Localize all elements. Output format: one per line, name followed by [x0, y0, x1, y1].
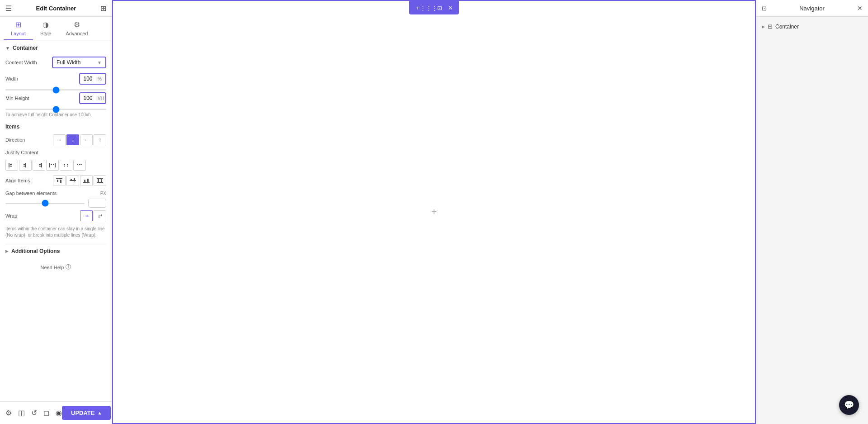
- tab-layout-label: Layout: [11, 31, 26, 36]
- wrap-wrap-btn[interactable]: ⇄: [94, 210, 106, 221]
- svg-rect-32: [101, 179, 102, 182]
- navigator-collapse-icon[interactable]: ⊡: [762, 5, 767, 12]
- align-end-btn[interactable]: [80, 175, 93, 186]
- hamburger-icon[interactable]: ☰: [5, 4, 12, 13]
- content-width-row: Content Width Full Width ▼: [5, 57, 106, 68]
- tab-style[interactable]: ◑ Style: [33, 17, 58, 40]
- justify-buttons-row: [5, 160, 106, 171]
- svg-rect-15: [64, 166, 65, 167]
- eye-icon[interactable]: ◉: [56, 409, 62, 417]
- align-stretch-btn[interactable]: [94, 175, 106, 186]
- canvas-select-btn[interactable]: ⊡: [434, 3, 444, 13]
- min-height-unit-label[interactable]: VH: [96, 96, 106, 101]
- svg-rect-9: [49, 163, 50, 167]
- help-circle-icon: ⓘ: [66, 263, 71, 271]
- wrap-row: Wrap ⇸ ⇄: [5, 210, 106, 221]
- bottom-icons-group: ⚙ ◫ ↺ ◻ ◉: [5, 409, 62, 417]
- direction-column-btn[interactable]: ↓: [66, 134, 79, 145]
- container-section-header[interactable]: ▼ Container: [5, 45, 106, 51]
- svg-rect-14: [67, 164, 68, 165]
- direction-column-reverse-btn[interactable]: ↑: [94, 134, 106, 145]
- justify-content-row: Justify Content: [5, 150, 106, 155]
- direction-row-reverse-btn[interactable]: ←: [80, 134, 93, 145]
- svg-rect-18: [79, 164, 80, 165]
- align-center-btn[interactable]: [66, 175, 79, 186]
- min-height-input[interactable]: [80, 93, 96, 103]
- panel-content: ▼ Container Content Width Full Width ▼ W…: [0, 40, 112, 401]
- svg-rect-11: [51, 164, 52, 165]
- bottom-bar: ⚙ ◫ ↺ ◻ ◉ UPDATE ▲: [0, 401, 112, 424]
- width-input-group: %: [79, 73, 106, 85]
- direction-row: Direction → ↓ ← ↑: [5, 134, 106, 145]
- chat-bubble[interactable]: 💬: [839, 395, 859, 415]
- wrap-nowrap-btn[interactable]: ⇸: [80, 210, 93, 221]
- width-input[interactable]: [80, 74, 96, 84]
- need-help[interactable]: Need Help ⓘ: [5, 263, 106, 271]
- svg-rect-27: [84, 180, 85, 182]
- content-width-dropdown[interactable]: Full Width ▼: [52, 57, 106, 68]
- additional-options-header[interactable]: ▶ Additional Options: [5, 248, 106, 254]
- gap-slider[interactable]: [5, 203, 85, 204]
- settings-icon[interactable]: ⚙: [5, 409, 12, 417]
- svg-rect-28: [87, 179, 89, 182]
- svg-rect-7: [39, 164, 41, 165]
- svg-rect-5: [24, 166, 25, 167]
- tab-layout[interactable]: ⊞ Layout: [4, 17, 33, 40]
- grid-icon[interactable]: ⊞: [100, 4, 106, 13]
- advanced-tab-icon: ⚙: [74, 20, 80, 29]
- direction-row-btn[interactable]: →: [53, 134, 66, 145]
- svg-rect-31: [98, 179, 99, 182]
- justify-space-around-btn[interactable]: [60, 160, 72, 171]
- tab-advanced-label: Advanced: [66, 31, 88, 36]
- svg-rect-30: [97, 182, 103, 183]
- nav-container-icon: ⊟: [768, 23, 773, 30]
- tabs-bar: ⊞ Layout ◑ Style ⚙ Advanced: [0, 17, 112, 40]
- divider: [5, 244, 106, 244]
- need-help-label: Need Help: [41, 265, 64, 270]
- canvas-grid-btn[interactable]: ⋮⋮⋮: [424, 3, 434, 13]
- chat-icon: 💬: [844, 400, 854, 410]
- wrap-buttons-group: ⇸ ⇄: [80, 210, 106, 221]
- tab-advanced[interactable]: ⚙ Advanced: [59, 17, 95, 40]
- layers-icon[interactable]: ◫: [18, 409, 25, 417]
- update-button[interactable]: UPDATE ▲: [62, 406, 111, 420]
- canvas-area: + ⋮⋮⋮ ⊡ ✕ +: [112, 0, 756, 424]
- gap-input[interactable]: [88, 199, 106, 208]
- dropdown-arrow-icon: ▼: [97, 60, 102, 65]
- responsive-icon[interactable]: ◻: [43, 409, 49, 417]
- svg-rect-13: [64, 164, 65, 165]
- wrap-label: Wrap: [5, 213, 17, 219]
- width-slider[interactable]: [5, 89, 106, 91]
- width-unit-label[interactable]: %: [96, 76, 104, 81]
- update-chevron-icon: ▲: [97, 410, 102, 415]
- items-section-title: Items: [5, 124, 106, 130]
- height-hint-text: To achieve full height Container use 100…: [5, 112, 106, 118]
- canvas-center-add[interactable]: +: [428, 206, 440, 219]
- min-height-slider[interactable]: [5, 109, 106, 110]
- svg-rect-3: [25, 163, 26, 167]
- justify-start-btn[interactable]: [5, 160, 18, 171]
- canvas-close-btn[interactable]: ✕: [445, 3, 455, 13]
- svg-rect-19: [81, 164, 82, 165]
- history-icon[interactable]: ↺: [31, 409, 37, 417]
- tab-style-label: Style: [40, 31, 51, 36]
- svg-rect-16: [67, 166, 68, 167]
- navigator-container-item[interactable]: ▶ ⊟ Container: [756, 20, 868, 33]
- align-buttons-group: [53, 175, 106, 186]
- svg-rect-10: [55, 163, 56, 167]
- panel-title: Edit Container: [36, 5, 76, 12]
- justify-center-btn[interactable]: [19, 160, 32, 171]
- justify-end-btn[interactable]: [33, 160, 45, 171]
- align-start-btn[interactable]: [53, 175, 66, 186]
- justify-content-label: Justify Content: [5, 150, 38, 155]
- svg-rect-24: [71, 179, 72, 181]
- style-tab-icon: ◑: [42, 20, 49, 29]
- width-label: Width: [5, 76, 18, 81]
- svg-rect-21: [57, 180, 58, 182]
- container-chevron-icon: ▼: [5, 46, 10, 51]
- gap-unit-label[interactable]: PX: [100, 191, 106, 196]
- gap-slider-row: [5, 199, 106, 208]
- justify-space-evenly-btn[interactable]: [73, 160, 86, 171]
- navigator-close-icon[interactable]: ✕: [857, 5, 863, 12]
- justify-space-between-btn[interactable]: [46, 160, 59, 171]
